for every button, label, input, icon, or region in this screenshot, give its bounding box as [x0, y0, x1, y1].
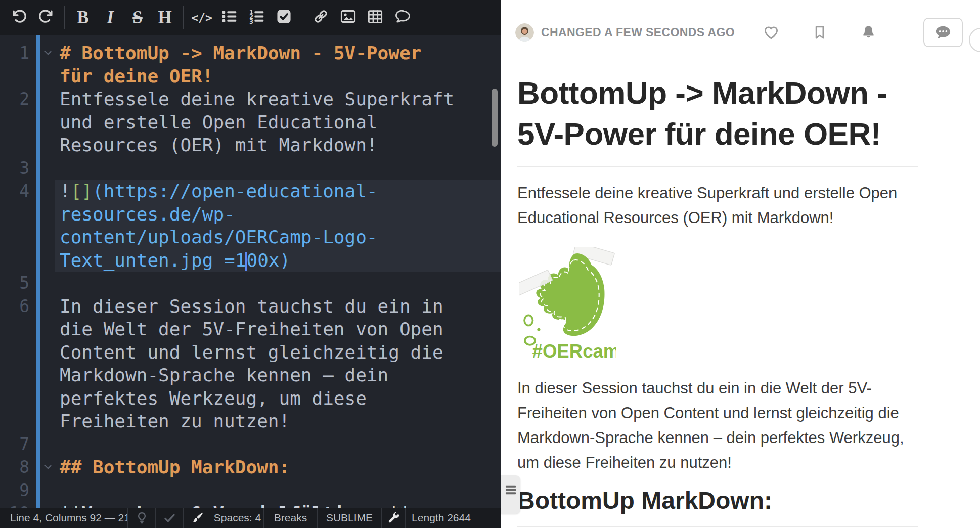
toc-toggle[interactable] — [501, 475, 520, 514]
code-row-line-5[interactable] — [55, 272, 501, 295]
undo-button[interactable] — [5, 4, 32, 32]
line-number-8: 8 — [0, 456, 29, 479]
last-changed-label: CHANGED A FEW SECONDS AGO — [541, 26, 735, 39]
notifications-bell-icon[interactable] — [860, 24, 877, 41]
lightbulb-icon — [135, 511, 149, 525]
header-button[interactable]: H — [151, 4, 179, 32]
page-title: BottomUp -> MarkDown - 5V-Power für dein… — [517, 73, 918, 154]
status-theme[interactable] — [184, 508, 211, 528]
bold-icon: B — [77, 9, 88, 26]
code-row-line-4[interactable]: content/uploads/OERCamp-Logo- — [55, 226, 501, 249]
undo-icon — [11, 9, 27, 26]
code-row-line-10[interactable]: **Verwahren & Vervielfältigen:** — [55, 502, 501, 508]
like-heart-icon[interactable] — [763, 24, 780, 41]
editor-scrollbar-thumb[interactable] — [492, 89, 498, 147]
code-row-line-6[interactable]: Content und lernst gleichzeitig die — [55, 341, 501, 364]
status-keymap[interactable]: SUBLIME — [318, 508, 382, 528]
comment-button[interactable] — [389, 4, 416, 32]
check-icon — [163, 511, 176, 525]
comment-icon — [394, 8, 411, 27]
toolbar-divider — [183, 6, 184, 29]
code-row-line-2[interactable]: und erstelle Open Educational — [55, 111, 501, 134]
code-row-line-4[interactable]: Text_unten.jpg =100x) — [55, 249, 501, 272]
code-row-line-1[interactable]: # BottomUp -> MarkDown - 5V-Power — [55, 41, 501, 65]
svg-text:3: 3 — [249, 18, 253, 25]
table-button[interactable] — [362, 4, 389, 32]
code-icon: </> — [191, 11, 212, 24]
rendered-markdown: BottomUp -> MarkDown - 5V-Power für dein… — [517, 46, 918, 527]
code-row-line-1[interactable]: für deine OER! — [55, 65, 501, 88]
code-row-line-6[interactable]: Markdown-Sprache kennen – dein — [55, 364, 501, 387]
list-ul-button[interactable] — [215, 4, 243, 32]
line-number-1: 1 — [0, 41, 29, 65]
line-number-9: 9 — [0, 479, 29, 502]
line-number-4: 4 — [0, 180, 29, 203]
image-button[interactable] — [334, 4, 362, 32]
paragraph-intro: Entfessele deine kreative Superkraft und… — [517, 181, 918, 230]
line-number-5: 5 — [0, 272, 29, 295]
strikethrough-button[interactable]: S — [124, 4, 151, 32]
editor-toolbar: BISH</>123 — [0, 0, 501, 35]
code-row-line-6[interactable]: Freiheiten zu nutzen! — [55, 410, 501, 433]
list-ol-icon: 123 — [248, 8, 265, 27]
code-row-line-9[interactable] — [55, 479, 501, 502]
editor-pane: BISH</>123 12345678910 # BottomUp -> Mar… — [0, 0, 501, 528]
bold-button[interactable]: B — [69, 4, 97, 32]
title-divider — [517, 166, 918, 167]
bookmark-icon[interactable] — [811, 24, 828, 41]
app-window: BISH</>123 12345678910 # BottomUp -> Mar… — [0, 0, 980, 528]
code-row-line-6[interactable]: die Welt der 5V-Freiheiten von Open — [55, 318, 501, 341]
fold-chevron-icon[interactable] — [42, 47, 54, 60]
code-row-line-4[interactable]: ![](https://open-educational- — [55, 180, 501, 203]
code-row-line-6[interactable]: perfektes Werkzeug, um diese — [55, 387, 501, 410]
code-button[interactable]: </> — [188, 4, 215, 32]
redo-button[interactable] — [32, 4, 60, 32]
fold-chevron-icon[interactable] — [42, 461, 54, 474]
floating-widget[interactable] — [969, 28, 980, 52]
comment-bubble-icon — [934, 24, 952, 41]
code-row-line-2[interactable]: Entfessele deine kreative Superkraft — [55, 87, 501, 111]
status-cursor-position[interactable]: Line 4, Columns 92 — 21 — [0, 508, 128, 528]
italic-icon: I — [107, 9, 114, 26]
code-area[interactable]: # BottomUp -> MarkDown - 5V-Powerfür dei… — [55, 35, 501, 508]
oercamp-logo-text: #OERcamp — [532, 341, 616, 361]
code-row-line-7[interactable] — [55, 433, 501, 456]
paragraph-session: In dieser Session tauchst du ein in die … — [517, 376, 918, 475]
table-icon — [367, 9, 383, 27]
status-night-mode[interactable] — [128, 508, 156, 528]
code-row-line-4[interactable]: resources.de/wp- — [55, 203, 501, 226]
italic-button[interactable]: I — [97, 4, 124, 32]
status-spellcheck[interactable] — [156, 508, 184, 528]
image-icon — [340, 8, 357, 27]
code-row-line-6[interactable]: In dieser Session tauchst du ein in — [55, 295, 501, 318]
section-heading: BottomUp MarkDown: — [517, 487, 918, 514]
line-number-7: 7 — [0, 433, 29, 456]
avatar — [515, 23, 534, 42]
comments-button[interactable] — [923, 18, 963, 47]
hamburger-icon — [505, 483, 517, 497]
editor-body[interactable]: 12345678910 # BottomUp -> MarkDown - 5V-… — [0, 35, 501, 508]
status-indent[interactable]: Spaces: 4 — [211, 508, 264, 528]
editor-gutter: 12345678910 — [0, 35, 55, 508]
status-bar: Line 4, Columns 92 — 21Spaces: 4BreaksSU… — [0, 508, 501, 528]
redo-icon — [38, 9, 54, 26]
code-row-line-3[interactable] — [55, 157, 501, 180]
strikethrough-icon: S — [132, 9, 142, 26]
paintbrush-icon — [191, 511, 204, 525]
list-ul-icon — [221, 8, 238, 27]
code-row-line-2[interactable]: Resources (OER) mit Markdown! — [55, 134, 501, 157]
line-number-10: 10 — [0, 502, 29, 508]
header-icon: H — [158, 9, 171, 26]
line-number-3: 3 — [0, 157, 29, 180]
check-square-icon — [276, 8, 292, 27]
list-ol-button[interactable]: 123 — [243, 4, 270, 32]
code-row-line-8[interactable]: ## BottomUp MarkDown: — [55, 456, 501, 479]
status-length[interactable]: Length 2644 — [406, 508, 477, 528]
link-icon — [313, 8, 329, 27]
status-linebreaks[interactable]: Breaks — [264, 508, 318, 528]
preview-header: CHANGED A FEW SECONDS AGO — [515, 19, 963, 46]
link-button[interactable] — [307, 4, 334, 32]
oercamp-logo: #OERcamp — [519, 247, 918, 363]
check-square-button[interactable] — [270, 4, 297, 32]
status-preferences[interactable] — [382, 508, 406, 528]
